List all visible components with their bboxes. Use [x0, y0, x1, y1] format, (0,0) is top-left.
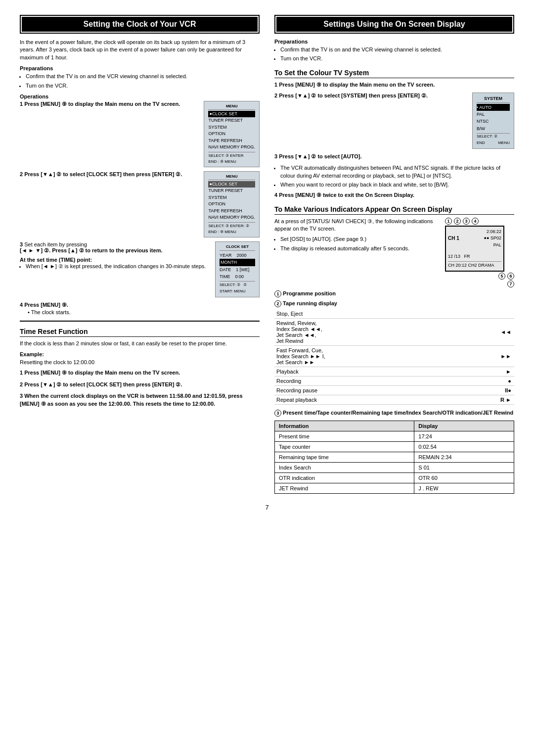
left-column: Setting the Clock of Your VCR In the eve…	[20, 15, 260, 494]
ann-5: 5	[498, 273, 505, 280]
colour-step-1-text: Press [MENU] ⑨ to display the Main menu …	[279, 82, 435, 88]
tape-row-0: Stop, Eject	[274, 309, 514, 319]
ind-note-1: Set [OSD] to [AUTO]. (See page 9.)	[280, 236, 439, 243]
indicator-notes: Set [OSD] to [AUTO]. (See page 9.) The d…	[274, 236, 439, 252]
info-table: Information Display Present time 17:24 T…	[274, 421, 514, 494]
tr-step-1-text: Press [MENU] ⑨ to display the Main menu …	[24, 370, 180, 376]
ann-4: 4	[472, 218, 479, 225]
annotations-top: 1 2 3 4	[445, 218, 514, 225]
tape-sym-6: R ►	[459, 395, 515, 405]
info-header-display: Display	[414, 421, 514, 431]
tape-running-label: 2 Tape running display	[274, 300, 514, 307]
tape-sym-3: ►	[459, 367, 515, 377]
info-info-1: Tape counter	[275, 442, 414, 452]
info-row-3: Index Search S 01	[275, 463, 514, 473]
time-reset-title: Time Reset Function	[20, 328, 260, 337]
tr-step-2-text: Press [▼▲] ② to select [CLOCK SET] then …	[24, 381, 182, 387]
tape-desc-4: Recording	[274, 377, 459, 386]
tape-sym-0	[459, 309, 515, 319]
circle-3-present: 3	[274, 410, 281, 417]
preparations-label-right: Preparations	[274, 39, 514, 45]
prep-item-1: Confirm that the TV is on and the VCR vi…	[26, 73, 260, 80]
sys-pal: PAL	[477, 111, 510, 118]
colour-step-4-text: Press [MENU] ⑨ twice to exit the On Scre…	[279, 192, 414, 198]
time-reset-intro: If the clock is less than 2 minutes slow…	[20, 340, 260, 347]
info-row-5: JET Rewind J . REW	[275, 483, 514, 494]
colour-step-4: 4 Press [MENU] ⑨ twice to exit the On Sc…	[274, 191, 514, 199]
tape-desc-3: Playback	[274, 367, 459, 377]
step-4-sub: • The clock starts.	[20, 309, 260, 316]
circle-1-prog: 1	[274, 290, 281, 297]
info-display-5: J . REW	[414, 483, 514, 494]
info-display-2: REMAIN 2:34	[414, 452, 514, 463]
tape-sym-4: ●	[459, 377, 515, 386]
tr-step-3: 3 When the current clock displays on the…	[20, 392, 260, 408]
info-info-0: Present time	[275, 431, 414, 442]
colour-step-1: 1 Press [MENU] ⑨ to display the Main men…	[274, 81, 514, 89]
auto-note-1: The VCR automatically distinguishes betw…	[280, 164, 514, 180]
osd-time: 2:06:22	[484, 229, 501, 236]
circle-2-tape: 2	[274, 300, 281, 307]
tape-desc-5: Recording pause	[274, 386, 459, 395]
tape-desc-6: Repeat playback	[274, 395, 459, 405]
prep-item-2: Turn on the VCR.	[26, 82, 260, 90]
colour-step-3-text: Press [▼▲] ② to select [AUTO].	[279, 153, 361, 159]
step-1-row: 1 Press [MENU] ⑨ to display the Main men…	[20, 101, 260, 167]
osd-spep: ●● SP02	[484, 235, 501, 242]
osd-diagram: CH 1 2:06:22 ●● SP02 PAL 12 /13 FR CH 20…	[445, 226, 504, 272]
osd-bottom: 12 /13 FR	[448, 253, 501, 260]
tr-step-3-text: When the current clock displays on the V…	[20, 393, 243, 406]
step-3-text: 3 Set each item by pressing [◄ ► ▼] ②. P…	[20, 241, 211, 273]
tape-desc-2: Fast Forward, Cue,Index Search ►► I,Jet …	[274, 346, 459, 367]
sys-bw: B/W	[477, 125, 510, 132]
info-display-3: S 01	[414, 463, 514, 473]
info-info-2: Remaining tape time	[275, 452, 414, 463]
osd-pal: PAL	[484, 242, 501, 249]
colour-tv-title: To Set the Colour TV System	[274, 69, 514, 78]
info-info-5: JET Rewind	[275, 483, 414, 494]
right-section-title: Settings Using the On Screen Display	[276, 17, 512, 32]
prep-list-right: Confirm that the TV is on and the VCR vi…	[274, 46, 514, 63]
example-text: Resetting the clock to 12:00.00	[20, 359, 260, 366]
tape-row-6: Repeat playback R ►	[274, 395, 514, 405]
ann-3: 3	[463, 218, 470, 225]
step-3-notes: When [◄ ►] ② is kept pressed, the indica…	[20, 263, 211, 270]
step-1-text: 1 Press [MENU] ⑨ to display the Main men…	[20, 101, 200, 107]
indicators-text: At a press of [STATUS/ NAVI CHECK] ③, th…	[274, 218, 439, 256]
step-3-note-1: When [◄ ►] ② is kept pressed, the indica…	[26, 263, 211, 270]
info-header-row: Information Display	[275, 421, 514, 431]
step-2-text: 2 Press [▼▲] ② to select [CLOCK SET] the…	[20, 171, 200, 178]
info-info-3: Index Search	[275, 463, 414, 473]
tape-row-1: Rewind, Review,Index Search ◄◄,Jet Searc…	[274, 319, 514, 346]
auto-note-2: When you want to record or play back in …	[280, 181, 514, 189]
tr-step-2: 2 Press [▼▲] ② to select [CLOCK SET] the…	[20, 381, 260, 388]
osd-top: CH 1 2:06:22 ●● SP02 PAL	[448, 229, 501, 249]
ann-1: 1	[445, 218, 452, 225]
info-display-4: OTR 60	[414, 473, 514, 483]
tape-sym-5: II●	[459, 386, 515, 395]
colour-step-2-row: 2 Press [▼▲] ② to select [SYSTEM] then p…	[274, 93, 514, 149]
left-section-border: Setting the Clock of Your VCR	[20, 15, 260, 34]
colour-step-2-text: 2 Press [▼▲] ② to select [SYSTEM] then p…	[274, 93, 468, 99]
colour-step-2-desc: Press [▼▲] ② to select [SYSTEM] then pre…	[279, 93, 428, 98]
step-3-row: 3 Set each item by pressing [◄ ► ▼] ②. P…	[20, 241, 260, 297]
tape-table: Stop, Eject Rewind, Review,Index Search …	[274, 309, 514, 405]
sys-title: SYSTEM	[477, 95, 510, 102]
indicators-section: At a press of [STATUS/ NAVI CHECK] ③, th…	[274, 218, 514, 288]
osd-right-top: 2:06:22 ●● SP02 PAL	[484, 229, 501, 249]
operations-label: Operations	[20, 94, 260, 99]
tape-desc-0: Stop, Eject	[274, 309, 459, 319]
annotations-7: 7	[445, 281, 514, 287]
menu-screen-1: MENU ●CLOCK SET TUNER PRESET SYSTEM OPTI…	[204, 101, 260, 167]
menu-screen-2: MENU ●CLOCK SET TUNER PRESET SYSTEM OPTI…	[204, 171, 260, 237]
info-row-2: Remaining tape time REMAIN 2:34	[275, 452, 514, 463]
step-2-desc: Press [▼▲] ② to select [CLOCK SET] then …	[24, 171, 182, 177]
annotations-right: 5 6	[445, 273, 514, 280]
step-1-desc: Press [MENU] ⑨ to display the Main menu …	[24, 101, 180, 107]
osd-diagram-container: 1 2 3 4 CH 1 2:06:22 ●● SP02 PAL	[445, 218, 514, 288]
colour-step-3: 3 Press [▼▲] ② to select [AUTO].	[274, 153, 514, 160]
system-screen: SYSTEM • AUTO PAL NTSC B/W SELECT: ② END…	[472, 93, 514, 149]
set-time-label: At the set time (TIME) point:	[20, 257, 211, 263]
left-intro: In the event of a power failure, the clo…	[20, 39, 260, 61]
tr-step-1: 1 Press [MENU] ⑨ to display the Main men…	[20, 369, 260, 377]
